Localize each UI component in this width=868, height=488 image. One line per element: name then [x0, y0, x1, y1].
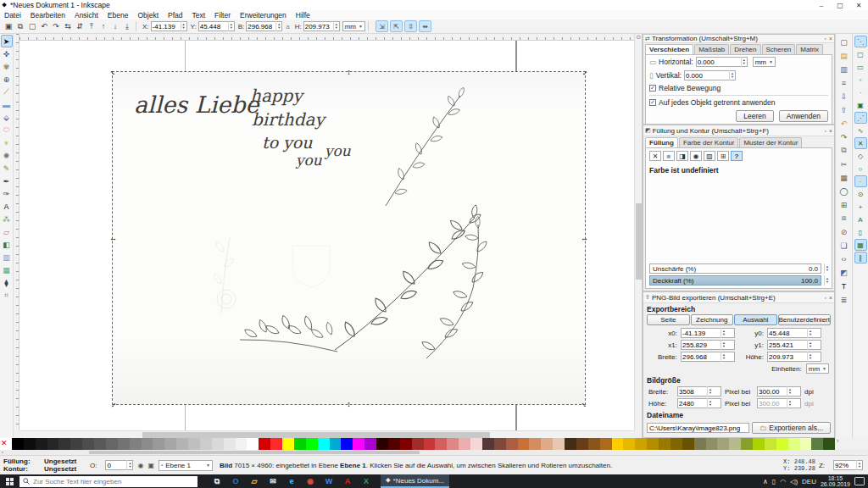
snap-bbox-toggle[interactable]: ▢ [854, 48, 867, 60]
x-field[interactable]: ▲▼ [151, 21, 187, 31]
select-all-button[interactable]: ▣ [3, 20, 14, 32]
taskbar-search[interactable] [19, 476, 198, 487]
filename-input[interactable] [647, 423, 749, 433]
flip-vertical-button[interactable]: ⇵ [74, 20, 86, 32]
palette-swatch[interactable] [118, 438, 130, 450]
panel-dock-icon[interactable]: ▫ [824, 295, 826, 301]
snap-intersections-toggle[interactable]: ✕ [854, 137, 867, 149]
palette-swatch[interactable] [482, 438, 494, 450]
palette-swatch[interactable] [24, 438, 36, 450]
menu-item[interactable]: Text [192, 11, 206, 19]
palette-swatch[interactable] [635, 438, 647, 450]
minimize-button[interactable]: – [812, 2, 831, 9]
palette-swatch[interactable] [236, 438, 248, 450]
selection-handle-middle-left[interactable]: ↔ [109, 235, 117, 242]
fill-radial-gradient-button[interactable]: ◉ [690, 151, 702, 161]
palette-swatch[interactable] [224, 438, 236, 450]
image-width-field[interactable]: ▲▼ [677, 386, 721, 396]
fill-stroke-dialog-button[interactable]: ◩ [837, 266, 851, 279]
x0-field[interactable]: ▲▼ [681, 328, 735, 338]
selection-handle-middle-right[interactable]: ↔ [581, 235, 588, 242]
tray-chevron-icon[interactable]: ∧ [763, 478, 768, 485]
tool-gradient[interactable]: ▥ [1, 251, 13, 263]
cut-button[interactable]: ✂ [837, 158, 851, 170]
palette-swatch[interactable] [330, 438, 342, 450]
layer-selector[interactable]: ▪ Ebene 1 ▼ [159, 460, 213, 471]
palette-swatch[interactable] [188, 438, 200, 450]
chrome-icon[interactable]: ◉ [303, 475, 318, 487]
selection-handle-bottom-middle[interactable]: ↕ [345, 401, 353, 408]
palette-swatch[interactable] [741, 438, 753, 450]
menu-item[interactable]: Erweiterungen [240, 11, 287, 19]
palette-swatch[interactable] [70, 438, 82, 450]
tool-calligraphy[interactable]: ✑ [1, 187, 13, 200]
snap-bbox-centers-toggle[interactable]: ▣ [854, 99, 867, 111]
move-patterns-toggle[interactable]: ⇴ [419, 20, 431, 32]
palette-swatch[interactable] [282, 438, 294, 450]
acrobat-icon[interactable]: A [340, 475, 355, 487]
input-language[interactable]: DEU [802, 478, 816, 485]
tool-rectangle[interactable]: ▬ [1, 98, 13, 111]
export-area-selection-button[interactable]: Auswahl [734, 314, 777, 325]
palette-swatch[interactable] [470, 438, 482, 450]
fill-stroke-tab[interactable]: Muster der Kontur [739, 137, 802, 147]
tool-connector[interactable]: ⌗ [1, 289, 13, 302]
palette-swatch[interactable] [694, 438, 706, 450]
vertikal-field[interactable]: ▲▼ [684, 70, 736, 80]
horizontal-scrollbar[interactable] [19, 430, 634, 438]
paste-button[interactable]: ▦ [837, 171, 851, 184]
palette-scrollbar-thumb[interactable] [89, 451, 420, 454]
selection-handle-top-middle[interactable]: ↕ [345, 69, 353, 76]
snap-paths-toggle[interactable]: ∿ [854, 125, 867, 136]
copy-button[interactable]: ⧉ [837, 144, 851, 157]
palette-swatch[interactable] [153, 438, 164, 450]
transform-tab[interactable]: Maßstab [694, 44, 729, 54]
palette-swatch[interactable] [412, 438, 424, 450]
vertical-scrollbar[interactable]: ⊙ [634, 34, 642, 430]
lower-button[interactable]: ↓ [109, 20, 121, 32]
tool-bucket-fill[interactable]: ◧ [1, 238, 13, 251]
palette-swatch[interactable] [306, 438, 318, 450]
menu-item[interactable]: Ebene [108, 11, 129, 19]
import-button[interactable]: ⇩ [837, 90, 851, 103]
xml-editor-button[interactable]: ‹› [837, 252, 851, 265]
snap-guides-toggle[interactable]: ∥ [854, 252, 867, 263]
fill-linear-gradient-button[interactable]: ◨ [676, 151, 688, 161]
menu-item[interactable]: Ansicht [75, 11, 98, 19]
palette-swatch[interactable] [588, 438, 600, 450]
snap-enable-toggle[interactable]: ⋱ [854, 36, 867, 47]
horizontal-scrollbar-thumb[interactable] [142, 432, 490, 438]
panel-dock-icon[interactable]: ▫ [824, 36, 826, 42]
layer-lock-icon[interactable]: ▣ [147, 462, 154, 469]
panel-close-icon[interactable]: × [829, 128, 832, 134]
fill-stroke-tab[interactable]: Füllung [645, 137, 678, 147]
battery-icon[interactable]: ▯ [772, 478, 776, 485]
y-field[interactable]: ▲▼ [198, 21, 235, 31]
opacity-slider[interactable]: Deckkraft (%) 100.0 [649, 275, 821, 286]
fill-stroke-tab[interactable]: Farbe der Kontur [679, 137, 738, 147]
palette-swatch[interactable] [576, 438, 588, 450]
palette-swatch[interactable] [36, 438, 47, 450]
palette-swatch[interactable] [647, 438, 659, 450]
snap-grid-toggle[interactable]: ▦ [854, 239, 867, 251]
save-button[interactable]: ▥ [837, 63, 851, 75]
palette-swatch[interactable] [353, 438, 364, 450]
unit-dropdown[interactable]: mm▼ [342, 21, 365, 31]
outlook-icon[interactable]: O [228, 475, 243, 487]
explorer-icon[interactable]: ▱ [247, 475, 262, 487]
snap-bbox-midpoints-toggle[interactable]: ∙ [854, 86, 867, 98]
snap-bbox-edges-toggle[interactable]: ▭ [854, 61, 867, 73]
snap-midpoints-toggle[interactable]: · [854, 175, 867, 187]
palette-swatch[interactable] [729, 438, 741, 450]
panel-close-icon[interactable]: × [829, 36, 832, 42]
tool-3d-box[interactable]: ⬙ [1, 111, 13, 124]
palette-swatch[interactable] [164, 438, 176, 450]
stroke-value[interactable]: Ungesetzt [44, 465, 81, 473]
palette-swatch[interactable] [58, 438, 70, 450]
clone-button[interactable]: ⧈ [837, 212, 851, 225]
palette-swatch[interactable] [47, 438, 59, 450]
vertical-scrollbar-thumb[interactable] [636, 203, 642, 280]
rotate-cw-button[interactable]: ↷ [50, 20, 62, 32]
export-button[interactable]: ⇧ [837, 103, 851, 116]
layer-visibility-icon[interactable]: ◉ [137, 462, 143, 469]
